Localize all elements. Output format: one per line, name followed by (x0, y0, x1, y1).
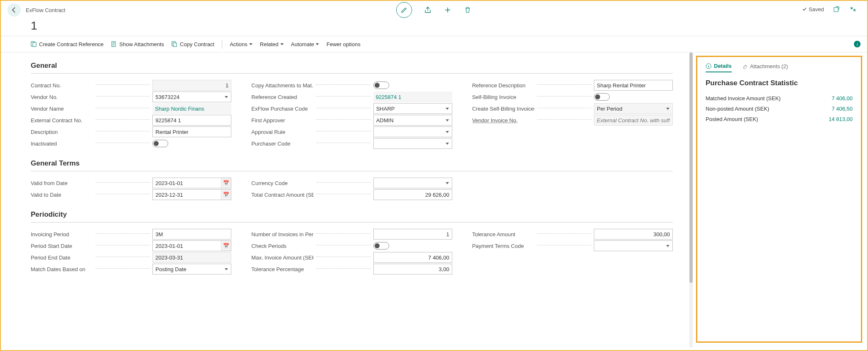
start-input[interactable] (152, 240, 231, 251)
purchaser-label: Purchaser Code (251, 141, 314, 147)
delete-button[interactable] (463, 6, 472, 14)
calendar-icon[interactable]: 📅 (221, 241, 231, 251)
max-inv-input[interactable] (373, 252, 452, 263)
back-button[interactable] (7, 3, 21, 17)
calendar-icon[interactable]: 📅 (221, 190, 231, 200)
contract-no-input[interactable] (152, 80, 231, 91)
ref-created-link[interactable]: 9225874 1 (373, 91, 452, 102)
popout-button[interactable] (832, 5, 841, 13)
pay-terms-input[interactable] (594, 240, 673, 251)
period-label: Invoicing Period (31, 231, 93, 237)
tol-pct-input[interactable] (373, 264, 452, 274)
first-approver-label: First Approver (251, 117, 314, 124)
stat-row: Non-posted Amount (SEK)7 406,50 (706, 104, 853, 114)
copy-attach-label: Copy Attachments to Mat... (251, 82, 314, 89)
description-label: Description (31, 129, 93, 135)
first-approver-input[interactable] (373, 115, 452, 126)
section-periodicity-title: Periodicity (31, 210, 673, 222)
end-input[interactable] (152, 252, 231, 263)
related-menu[interactable]: Related (260, 41, 284, 47)
valid-to-label: Valid to Date (31, 192, 93, 198)
chevron-down-icon (249, 43, 253, 45)
record-title: 1 (1, 19, 867, 36)
ref-desc-label: Reference Description (472, 82, 535, 89)
svg-rect-2 (33, 42, 36, 47)
info-badge[interactable]: i (854, 41, 861, 47)
currency-label: Currency Code (251, 180, 314, 186)
match-label: Match Dates Based on (31, 266, 93, 272)
max-inv-label: Max. Invoice Amount (SEK) (251, 255, 314, 261)
scrollbar[interactable] (689, 52, 693, 348)
edit-button[interactable] (396, 2, 412, 18)
vendor-invoice-input[interactable] (594, 115, 673, 126)
valid-from-input[interactable] (152, 178, 231, 188)
num-inv-label: Number of Invoices in Per... (251, 231, 314, 237)
trash-icon (464, 7, 471, 13)
create-contract-reference-button[interactable]: Create Contract Reference (31, 41, 103, 47)
pencil-icon (401, 7, 407, 13)
tol-amt-input[interactable] (594, 229, 673, 240)
svg-rect-0 (834, 7, 838, 12)
svg-rect-5 (173, 43, 177, 47)
scrollbar-thumb[interactable] (689, 52, 693, 283)
actions-menu[interactable]: Actions (230, 41, 253, 47)
stat-row: Matched Invoice Amount (SEK)7 406,00 (706, 93, 853, 104)
calendar-icon[interactable]: 📅 (221, 178, 231, 188)
ref-desc-input[interactable] (594, 80, 673, 91)
total-label: Total Contract Amount (SE... (251, 192, 314, 198)
purchaser-input[interactable] (373, 138, 452, 149)
description-input[interactable] (152, 126, 231, 137)
document-ref-icon (31, 41, 37, 47)
attachment-icon (111, 41, 117, 47)
tab-attachments[interactable]: Attachments (2) (742, 63, 788, 72)
collapse-icon (850, 6, 856, 12)
vendor-name-link[interactable]: Sharp Nordic Finans (152, 103, 231, 114)
self-bill-toggle[interactable] (594, 93, 610, 101)
currency-input[interactable] (373, 178, 452, 188)
fewer-options-button[interactable]: Fewer options (326, 41, 360, 47)
show-attachments-button[interactable]: Show Attachments (111, 41, 164, 47)
automate-menu[interactable]: Automate (291, 41, 319, 47)
popout-icon (833, 6, 840, 12)
saved-label: Saved (809, 6, 824, 12)
inactivated-toggle[interactable] (152, 140, 168, 147)
chevron-down-icon (280, 43, 284, 45)
approval-rule-input[interactable] (373, 126, 452, 137)
ext-contract-label: External Contract No. (31, 117, 93, 124)
approval-rule-label: Approval Rule (251, 129, 314, 135)
purchase-code-input[interactable] (373, 103, 452, 114)
period-input[interactable] (152, 229, 231, 240)
paperclip-icon (742, 64, 748, 69)
total-input[interactable] (373, 189, 452, 200)
tab-details[interactable]: Details (706, 63, 732, 72)
share-button[interactable] (424, 6, 432, 14)
info-icon (706, 63, 711, 69)
check-icon (802, 7, 807, 12)
copy-contract-button[interactable]: Copy Contract (172, 41, 214, 47)
collapse-button[interactable] (849, 5, 857, 13)
create-self-bill-input[interactable] (594, 103, 673, 114)
stat-value[interactable]: 14 813,00 (829, 116, 853, 122)
vendor-no-input[interactable] (152, 91, 231, 102)
contract-no-label: Contract No. (31, 82, 93, 89)
new-button[interactable] (444, 6, 452, 14)
valid-from-label: Valid from Date (31, 180, 93, 186)
details-panel: Details Attachments (2) Purchase Contrac… (696, 56, 862, 343)
check-toggle[interactable] (373, 242, 389, 250)
match-input[interactable] (152, 264, 231, 274)
ref-created-label: Reference Created (251, 94, 314, 100)
pay-terms-label: Payment Terms Code (472, 243, 535, 249)
stat-value[interactable]: 7 406,00 (831, 95, 853, 101)
share-icon (424, 6, 432, 14)
copy-attach-toggle[interactable] (373, 82, 389, 89)
num-inv-input[interactable] (373, 229, 452, 240)
valid-to-input[interactable] (152, 189, 231, 200)
vendor-invoice-label[interactable]: Vendor Invoice No. (472, 117, 535, 124)
create-self-bill-label: Create Self-Billing Invoices (472, 106, 535, 112)
ext-contract-input[interactable] (152, 115, 231, 126)
inactivated-label: Inactivated (31, 141, 93, 147)
stat-row: Posted Amount (SEK)14 813,00 (706, 114, 853, 124)
end-label: Period End Date (31, 255, 93, 261)
stat-value[interactable]: 7 406,50 (831, 106, 853, 112)
arrow-left-icon (11, 7, 17, 13)
